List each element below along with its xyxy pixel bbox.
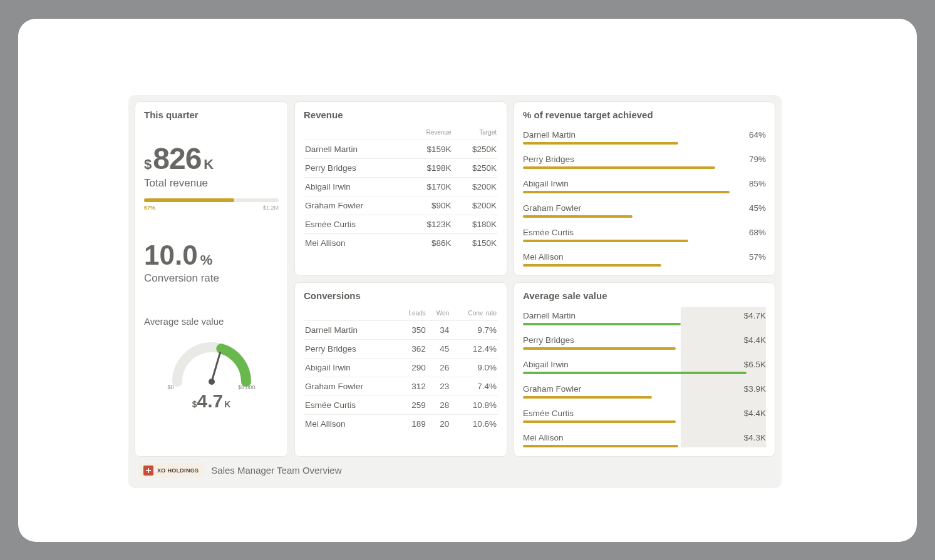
bar-name: Abigail Irwin bbox=[523, 360, 569, 369]
conversion-rate-value: 10.0 % bbox=[144, 240, 279, 271]
bar-track bbox=[523, 323, 766, 325]
dashboard: This quarter $ 826 K Total revenue 67% $… bbox=[128, 95, 782, 488]
bar-track bbox=[523, 240, 766, 242]
table-row: Abigail Irwin290269.0% bbox=[304, 358, 498, 377]
bar-value: 57% bbox=[749, 252, 766, 262]
total-revenue-value: $ 826 K bbox=[144, 141, 279, 176]
bar-fill bbox=[523, 323, 681, 325]
revenue-title: Revenue bbox=[304, 109, 498, 120]
quarter-card: This quarter $ 826 K Total revenue 67% $… bbox=[135, 101, 288, 457]
bar-track bbox=[523, 396, 766, 399]
cell-leads: 290 bbox=[397, 358, 427, 377]
bar-row: Graham Fowler$3.9K bbox=[523, 380, 766, 399]
cell-target: $150K bbox=[453, 233, 498, 252]
table-row: Darnell Martin$159K$250K bbox=[304, 140, 498, 158]
brand-chip: XO HOLDINGS bbox=[138, 463, 204, 478]
bar-fill bbox=[523, 396, 652, 399]
bar-fill bbox=[523, 420, 676, 423]
bar-fill bbox=[523, 347, 676, 350]
table-row: Darnell Martin350349.7% bbox=[304, 320, 498, 339]
cell-leads: 362 bbox=[397, 339, 427, 358]
bar-fill bbox=[523, 191, 730, 193]
bar-track bbox=[523, 166, 766, 169]
conversion-rate-label: Conversion rate bbox=[144, 272, 279, 285]
gauge-number: 4.7 bbox=[197, 390, 223, 412]
brand-name: XO HOLDINGS bbox=[157, 467, 199, 474]
app-frame: This quarter $ 826 K Total revenue 67% $… bbox=[18, 19, 917, 542]
bar-track bbox=[523, 142, 766, 145]
bar-fill bbox=[523, 215, 633, 218]
threshold-band bbox=[681, 307, 766, 447]
cell-target: $250K bbox=[453, 140, 498, 158]
cell-leads: 350 bbox=[397, 320, 427, 339]
bar-name: Mei Allison bbox=[523, 433, 564, 442]
bar-value: 45% bbox=[749, 203, 766, 213]
gauge-max-label: $8,000 bbox=[238, 384, 256, 390]
bar-name: Perry Bridges bbox=[523, 155, 574, 164]
svg-line-0 bbox=[212, 352, 220, 381]
bar-value: $4.3K bbox=[744, 433, 766, 442]
cell-won: 34 bbox=[427, 320, 450, 339]
cell-name: Esmée Curtis bbox=[304, 215, 406, 233]
cell-rate: 9.0% bbox=[450, 358, 498, 377]
bar-name: Graham Fowler bbox=[523, 384, 581, 394]
target-pct-list: Darnell Martin64%Perry Bridges79%Abigail… bbox=[523, 126, 766, 267]
total-revenue-label: Total revenue bbox=[144, 177, 279, 190]
bar-row: Graham Fowler45% bbox=[523, 200, 766, 218]
cell-name: Mei Allison bbox=[304, 414, 397, 433]
bar-value: $4.4K bbox=[744, 335, 766, 345]
bar-fill bbox=[523, 264, 661, 267]
cell-rate: 12.4% bbox=[450, 339, 498, 358]
revenue-progress-fill bbox=[144, 198, 234, 202]
table-row: Abigail Irwin$170K$200K bbox=[304, 177, 498, 196]
revenue-suffix: K bbox=[204, 156, 214, 173]
conv-col-leads: Leads bbox=[397, 307, 427, 321]
bar-value: 85% bbox=[749, 179, 766, 188]
cell-revenue: $123K bbox=[406, 215, 452, 233]
cell-rate: 9.7% bbox=[450, 320, 498, 339]
bar-name: Graham Fowler bbox=[523, 203, 581, 213]
cell-revenue: $198K bbox=[406, 158, 452, 177]
bar-fill bbox=[523, 142, 678, 145]
dashboard-title: Sales Manager Team Overview bbox=[211, 465, 341, 476]
table-row: Mei Allison1892010.6% bbox=[304, 414, 498, 433]
bar-row: Mei Allison$4.3K bbox=[523, 429, 766, 447]
brand-logo-icon bbox=[143, 466, 153, 476]
conv-col-won: Won bbox=[427, 307, 450, 321]
quarter-title: This quarter bbox=[144, 109, 279, 120]
conversions-table: Leads Won Conv. rate Darnell Martin35034… bbox=[304, 307, 498, 433]
revenue-col-name bbox=[304, 126, 406, 140]
bar-row: Abigail Irwin$6.5K bbox=[523, 356, 766, 374]
cell-name: Darnell Martin bbox=[304, 320, 397, 339]
currency-symbol: $ bbox=[144, 156, 152, 173]
bar-row: Mei Allison57% bbox=[523, 248, 766, 267]
bar-fill bbox=[523, 372, 746, 374]
bar-track bbox=[523, 191, 766, 193]
cell-won: 26 bbox=[427, 358, 450, 377]
gauge-min-label: $0 bbox=[168, 384, 174, 390]
conv-col-name bbox=[304, 307, 397, 321]
bar-track bbox=[523, 347, 766, 350]
cell-target: $250K bbox=[453, 158, 498, 177]
bar-name: Esmée Curtis bbox=[523, 409, 574, 418]
revenue-col-target: Target bbox=[453, 126, 498, 140]
target-pct-title: % of revenue target achieved bbox=[523, 109, 766, 120]
gauge-currency: $ bbox=[192, 399, 197, 409]
table-row: Graham Fowler312237.4% bbox=[304, 377, 498, 395]
cell-rate: 10.6% bbox=[450, 414, 498, 433]
table-row: Esmée Curtis$123K$180K bbox=[304, 215, 498, 233]
bar-value: 68% bbox=[749, 228, 766, 237]
revenue-progress-labels: 67% $1.2M bbox=[144, 205, 279, 211]
cell-name: Graham Fowler bbox=[304, 196, 406, 215]
bar-row: Perry Bridges$4.4K bbox=[523, 332, 766, 350]
bar-name: Esmée Curtis bbox=[523, 228, 574, 237]
revenue-col-revenue: Revenue bbox=[406, 126, 452, 140]
conversions-card: Conversions Leads Won Conv. rate Darnell… bbox=[294, 282, 507, 457]
cell-revenue: $90K bbox=[406, 196, 452, 215]
bar-fill bbox=[523, 240, 688, 242]
bar-fill bbox=[523, 445, 678, 447]
bar-name: Perry Bridges bbox=[523, 335, 574, 345]
bar-track bbox=[523, 372, 766, 374]
bar-name: Darnell Martin bbox=[523, 130, 576, 140]
conversions-title: Conversions bbox=[304, 290, 498, 301]
